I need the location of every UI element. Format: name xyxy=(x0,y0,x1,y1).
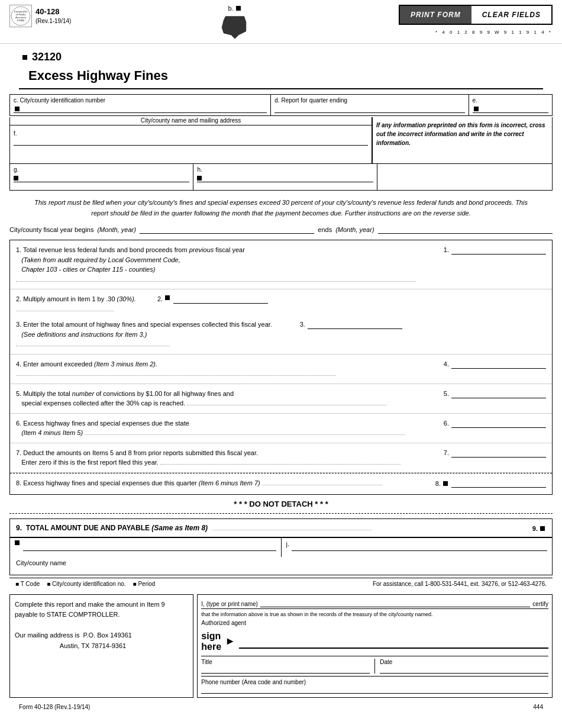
sign-arrow: ► xyxy=(225,635,235,648)
field-g-input[interactable] xyxy=(14,174,189,182)
item9-section: 9. TOTAL AMOUNT DUE AND PAYABLE (Same as… xyxy=(9,518,553,575)
field-d: d. Report for quarter ending xyxy=(271,95,469,115)
item-4-answer[interactable] xyxy=(451,360,546,369)
form-id: Form 40-128 (Rev.1-19/14) xyxy=(19,704,90,710)
item-row-6: 6. Excess highway fines and special expe… xyxy=(10,414,552,443)
field-i-input[interactable] xyxy=(23,540,276,551)
mailing-info-box: Complete this report and make the amount… xyxy=(9,594,193,698)
sign-label: sign here xyxy=(201,631,221,652)
do-not-detach: * * * DO NOT DETACH * * * xyxy=(9,495,553,514)
ij-row: j. xyxy=(10,537,552,557)
bottom-markers: ■ T Code ■ City/county identification no… xyxy=(15,581,155,587)
fiscal-year-end-input[interactable] xyxy=(378,226,553,234)
fiscal-year-line: City/county fiscal year begins (Month, y… xyxy=(9,226,553,234)
bottom-info-bar: ■ T Code ■ City/county identification no… xyxy=(9,578,553,590)
g-marker xyxy=(14,176,18,181)
sign-here-area: sign here ► xyxy=(201,627,548,656)
c-marker xyxy=(15,107,20,111)
form-number: 40-128 (Rev.1-19/14) xyxy=(35,7,71,25)
t-code-line: 32120 xyxy=(9,49,553,66)
footer: Form 40-128 (Rev.1-19/14) 444 xyxy=(9,701,553,713)
title-field: Title xyxy=(201,659,375,674)
e-marker xyxy=(474,107,479,111)
item-3-answer[interactable] xyxy=(308,321,402,329)
description-text: This report must be filed when your city… xyxy=(27,198,535,218)
field-j-input[interactable] xyxy=(292,540,547,551)
field-e-input[interactable] xyxy=(473,105,548,113)
item-row-1: 1. Total revenue less federal funds and … xyxy=(10,240,552,289)
title-input[interactable] xyxy=(201,665,370,674)
certify-sub: that the information above is true as sh… xyxy=(201,611,548,617)
item-7-answer[interactable] xyxy=(451,449,546,458)
item-row-4: 4. Enter amount exceeded (Item 3 minus I… xyxy=(10,355,552,384)
date-field: Date xyxy=(380,659,548,674)
field-c-input[interactable] xyxy=(14,105,267,113)
gh-left: g. h. xyxy=(10,164,377,190)
item-8-answer[interactable] xyxy=(451,479,546,488)
phone-input[interactable] xyxy=(201,685,548,694)
b-field: b. xyxy=(228,5,242,12)
clear-fields-button[interactable]: CLEAR FIELDS xyxy=(471,6,551,24)
gh-info-empty xyxy=(377,164,552,190)
center-header: b. xyxy=(220,5,250,41)
item-row-8: 8. Excess highway fines and special expe… xyxy=(10,473,552,494)
print-form-button[interactable]: PRINT FORM xyxy=(400,6,471,24)
b-marker xyxy=(236,6,241,11)
assistance-text: For assistance, call 1-800-531-5441, ext… xyxy=(373,581,547,587)
top-right-area: PRINT FORM CLEAR FIELDS * 4 0 1 2 8 9 9 … xyxy=(399,5,553,35)
field-g: g. xyxy=(10,164,193,190)
main-content: 32120 Excess Highway Fines c. City/count… xyxy=(0,44,562,717)
authorized-agent: Authorized agent xyxy=(201,620,548,626)
item-6-answer[interactable] xyxy=(451,420,546,428)
info-box: If any information preprinted on this fo… xyxy=(372,117,552,163)
certify-line: I, (type or print name) certify xyxy=(201,598,548,609)
item-2-marker xyxy=(165,295,170,300)
item-1-answer[interactable] xyxy=(451,246,546,255)
i-marker xyxy=(15,540,20,545)
phone-row: Phone number (Area code and number) xyxy=(201,676,548,694)
mailing-left: City/county name and mailing address f. xyxy=(10,117,372,163)
svg-text:FORM: FORM xyxy=(17,19,24,22)
item-row-9: 9. TOTAL AMOUNT DUE AND PAYABLE (Same as… xyxy=(10,519,552,537)
field-e: e. xyxy=(469,95,552,115)
item-row-23: 2. Multiply amount in Item 1 by .30 (30%… xyxy=(10,289,552,355)
field-j: j. xyxy=(282,538,553,557)
signature-section: Complete this report and make the amount… xyxy=(9,594,553,698)
items-section: 1. Total revenue less federal funds and … xyxy=(9,240,553,495)
texas-logo xyxy=(220,14,250,41)
barcode: * 4 0 1 2 8 9 9 W 9 1 1 9 1 4 * xyxy=(435,30,553,35)
top-fields-row: c. City/county identification number d. … xyxy=(9,94,553,116)
signature-input[interactable] xyxy=(239,634,548,649)
city-county-name-row: City/county name xyxy=(10,557,552,575)
t-code-marker xyxy=(22,55,27,60)
item-2-answer[interactable] xyxy=(173,295,268,304)
logo-area: Comptroller of Public Accounts FORM 40-1… xyxy=(9,5,71,27)
print-name-input[interactable] xyxy=(260,599,530,607)
item-5-answer[interactable] xyxy=(451,390,546,398)
item-row-7: 7. Deduct the amounts on Items 5 and 8 f… xyxy=(10,443,552,473)
date-input[interactable] xyxy=(380,665,548,674)
item-row-5: 5. Multiply the total number of convicti… xyxy=(10,384,552,414)
field-c: c. City/county identification number xyxy=(10,95,271,115)
item-9-marker xyxy=(540,526,545,531)
signature-box: I, (type or print name) certify that the… xyxy=(197,594,553,698)
field-f: f. xyxy=(10,128,372,163)
title-date-row: Title Date xyxy=(201,656,548,674)
field-h-input[interactable] xyxy=(197,174,373,182)
gh-row: g. h. xyxy=(9,164,553,191)
field-h: h. xyxy=(193,164,376,190)
svg-marker-5 xyxy=(222,17,246,39)
mailing-section: City/county name and mailing address f. … xyxy=(9,117,553,164)
page-title: Excess Highway Fines xyxy=(19,66,543,89)
h-marker xyxy=(197,176,202,181)
field-f-input[interactable] xyxy=(14,138,368,146)
item-8-marker xyxy=(443,481,448,486)
field-d-input[interactable] xyxy=(274,105,464,113)
action-buttons: PRINT FORM CLEAR FIELDS xyxy=(399,5,553,25)
page-number: 444 xyxy=(533,704,543,710)
comptroller-logo: Comptroller of Public Accounts FORM xyxy=(9,5,32,27)
field-i xyxy=(10,538,282,557)
fiscal-year-start-input[interactable] xyxy=(140,226,314,234)
t-code-value: 32120 xyxy=(32,51,62,63)
